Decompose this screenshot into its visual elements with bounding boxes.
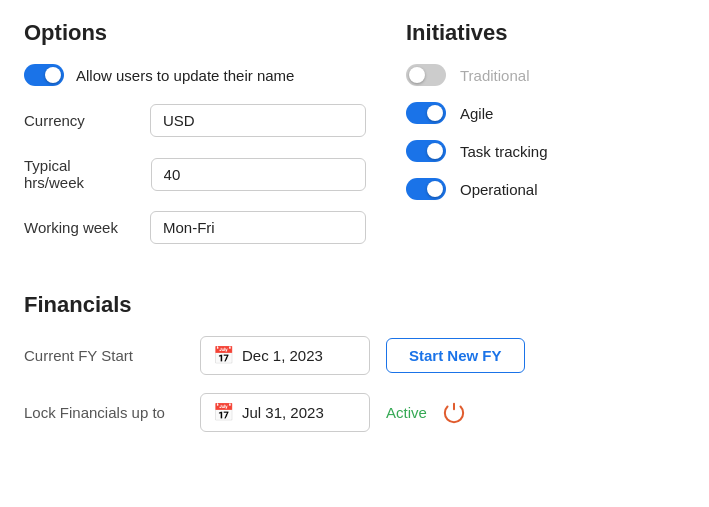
initiative-row-operational: Operational xyxy=(406,178,685,200)
traditional-label: Traditional xyxy=(460,67,529,84)
operational-toggle[interactable] xyxy=(406,178,446,200)
initiatives-heading: Initiatives xyxy=(406,20,685,46)
task-tracking-toggle[interactable] xyxy=(406,140,446,162)
calendar-icon-fy: 📅 xyxy=(213,345,234,366)
currency-label: Currency xyxy=(24,112,134,129)
lock-financials-date-field[interactable]: 📅 Jul 31, 2023 xyxy=(200,393,370,432)
current-fy-date-field[interactable]: 📅 Dec 1, 2023 xyxy=(200,336,370,375)
working-week-label: Working week xyxy=(24,219,134,236)
working-week-input[interactable] xyxy=(150,211,366,244)
lock-financials-date: Jul 31, 2023 xyxy=(242,404,324,421)
task-tracking-label: Task tracking xyxy=(460,143,548,160)
typical-hrs-input[interactable] xyxy=(151,158,366,191)
power-button[interactable] xyxy=(443,402,465,424)
financials-section: Financials Current FY Start 📅 Dec 1, 202… xyxy=(24,292,685,450)
agile-toggle[interactable] xyxy=(406,102,446,124)
current-fy-label: Current FY Start xyxy=(24,347,184,364)
initiative-row-traditional: Traditional xyxy=(406,64,685,86)
initiative-row-task-tracking: Task tracking xyxy=(406,140,685,162)
operational-label: Operational xyxy=(460,181,538,198)
current-fy-date: Dec 1, 2023 xyxy=(242,347,323,364)
traditional-toggle[interactable] xyxy=(406,64,446,86)
financials-heading: Financials xyxy=(24,292,685,318)
allow-users-label: Allow users to update their name xyxy=(76,67,294,84)
currency-input[interactable] xyxy=(150,104,366,137)
calendar-icon-lock: 📅 xyxy=(213,402,234,423)
options-heading: Options xyxy=(24,20,366,46)
typical-hrs-row: Typical hrs/week xyxy=(24,157,366,191)
options-section: Options Allow users to update their name… xyxy=(24,20,366,264)
working-week-row: Working week xyxy=(24,211,366,244)
active-status-label: Active xyxy=(386,404,427,421)
lock-financials-row: Lock Financials up to 📅 Jul 31, 2023 Act… xyxy=(24,393,685,432)
allow-users-toggle[interactable] xyxy=(24,64,64,86)
initiative-row-agile: Agile xyxy=(406,102,685,124)
start-new-fy-button[interactable]: Start New FY xyxy=(386,338,525,373)
initiatives-section: Initiatives Traditional Agile xyxy=(406,20,685,264)
typical-hrs-label: Typical hrs/week xyxy=(24,157,135,191)
agile-label: Agile xyxy=(460,105,493,122)
currency-row: Currency xyxy=(24,104,366,137)
lock-financials-label: Lock Financials up to xyxy=(24,404,184,421)
allow-users-toggle-row: Allow users to update their name xyxy=(24,64,366,86)
current-fy-row: Current FY Start 📅 Dec 1, 2023 Start New… xyxy=(24,336,685,375)
